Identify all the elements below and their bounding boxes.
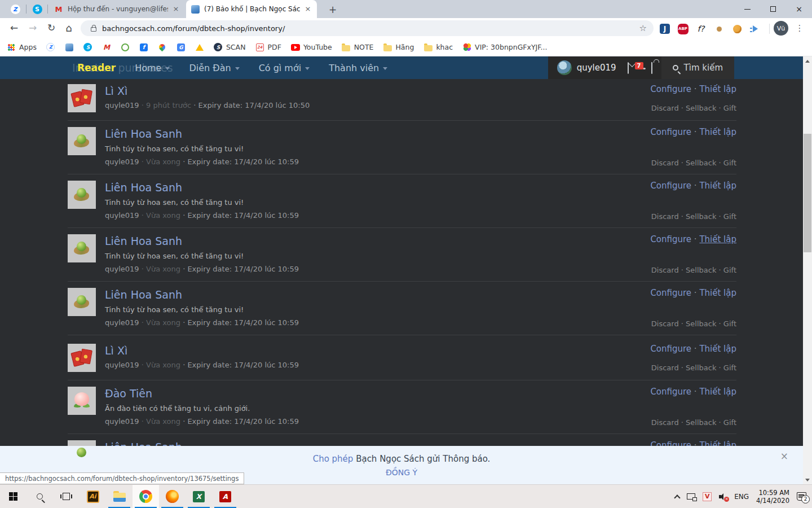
item-title-link[interactable]: Liên Hoa Sanh [105, 127, 182, 141]
configure-link[interactable]: Configure [650, 344, 691, 354]
bookmark-item[interactable] [158, 43, 167, 52]
pinned-tab-skype[interactable]: S [31, 3, 43, 15]
url-text[interactable]: bachngocsach.com/forum/dbtech-shop/inven… [102, 24, 639, 33]
thiet-lap-link[interactable]: Thiết lập [699, 288, 736, 298]
shop-button[interactable] [651, 63, 652, 73]
bookmark-item[interactable]: S [83, 43, 92, 52]
item-actions-links[interactable]: Discard · Sellback · Gift [651, 104, 736, 112]
volume-muted-icon[interactable]: × [719, 493, 727, 500]
close-notification-icon[interactable]: × [780, 450, 788, 462]
item-time-link[interactable]: Vừa xong [146, 361, 180, 369]
tab-gmail[interactable]: M Hộp thư đến - vunguyen@lifescie × [50, 0, 185, 18]
item-time-link[interactable]: Vừa xong [146, 265, 180, 273]
font-finder-icon[interactable]: f? [695, 23, 707, 35]
bookmark-item[interactable]: Hãng [383, 43, 414, 52]
item-owner-link[interactable]: quyle019 [105, 417, 139, 426]
configure-link[interactable]: Configure [650, 387, 691, 397]
bookmark-item[interactable]: M [102, 43, 111, 52]
bookmark-item[interactable]: YouTube [291, 43, 332, 52]
bookmark-item[interactable]: NOTE [342, 43, 374, 52]
item-actions-links[interactable]: Discard · Sellback · Gift [651, 319, 736, 328]
item-owner-link[interactable]: quyle019 [105, 157, 139, 166]
thiet-lap-link[interactable]: Thiết lập [699, 344, 736, 354]
taskbar-excel-button[interactable]: X [186, 485, 212, 508]
thiet-lap-link[interactable]: Thiết lập [699, 127, 736, 137]
item-actions-links[interactable]: Discard · Sellback · Gift [651, 364, 736, 372]
pinned-tab-zalo[interactable]: Z [9, 3, 21, 15]
taskbar-file-explorer-button[interactable] [106, 485, 133, 508]
item-title-link[interactable]: Liên Hoa Sanh [105, 288, 182, 301]
thiet-lap-link[interactable]: Thiết lập [699, 84, 736, 94]
accept-button[interactable]: ĐỒNG Ý [386, 468, 417, 477]
account-menu[interactable]: quyle019 [557, 60, 616, 75]
bookmark-item[interactable] [65, 43, 74, 52]
back-button[interactable]: ← [8, 22, 20, 33]
cookie-extension-icon[interactable] [731, 23, 743, 35]
nav-item-home[interactable]: Home [135, 63, 170, 73]
taskbar-chrome-button[interactable] [133, 485, 159, 508]
item-title-link[interactable]: Lì Xì [105, 84, 127, 98]
taskbar-firefox-button[interactable] [159, 485, 186, 508]
item-owner-link[interactable]: quyle019 [105, 318, 139, 327]
adblock-plus-icon[interactable]: ABP [677, 23, 689, 35]
close-tab-icon[interactable]: × [171, 5, 180, 14]
item-title-link[interactable]: Lì Xì [105, 344, 127, 357]
thiet-lap-link[interactable]: Thiết lập [699, 234, 736, 244]
item-title-link[interactable]: Liên Hoa Sanh [105, 181, 182, 194]
bookmark-item[interactable]: S SCAN [214, 43, 246, 52]
bookmark-item[interactable]: Apps [7, 43, 37, 52]
arrow-extension-icon[interactable] [749, 23, 761, 35]
vietkey-icon[interactable]: V [703, 492, 712, 501]
page-scrollbar[interactable] [803, 56, 812, 484]
item-time-link[interactable]: Vừa xong [146, 318, 180, 327]
forward-button[interactable]: → [27, 22, 39, 33]
tab-bachngocsach-active[interactable]: (7) Bảo khố | Bạch Ngọc Sách × [186, 0, 317, 18]
scrollbar-thumb[interactable] [804, 134, 811, 252]
reload-button[interactable]: ↻ [45, 22, 58, 33]
configure-link[interactable]: Configure [650, 234, 691, 244]
item-title-link[interactable]: Đào Tiên [105, 387, 152, 400]
configure-link[interactable]: Configure [650, 84, 691, 94]
item-actions-links[interactable]: Discard · Sellback · Gift [651, 212, 736, 221]
nav-item-members[interactable]: Thành viên [329, 63, 387, 73]
taskbar-search-button[interactable] [27, 485, 53, 508]
bookmark-star-icon[interactable]: ☆ [639, 23, 647, 33]
item-time-link[interactable]: Vừa xong [146, 157, 180, 166]
close-tab-icon[interactable]: × [303, 5, 312, 14]
new-tab-button[interactable]: + [326, 3, 339, 17]
thiet-lap-link[interactable]: Thiết lập [699, 181, 736, 191]
j-extension-icon[interactable]: J [659, 23, 671, 35]
bookmark-item[interactable]: VIP: 30bnpnGFxYJF... [462, 43, 547, 52]
bookmark-item[interactable]: 24 PDF [255, 43, 281, 52]
dot-extension-icon[interactable] [713, 23, 725, 35]
tray-overflow-chevron-icon[interactable] [674, 494, 681, 501]
bookmark-item[interactable] [195, 43, 204, 52]
taskbar-acrobat-button[interactable]: A [212, 485, 239, 508]
clock[interactable]: 10:59 AM 4/14/2020 [756, 489, 789, 505]
item-actions-links[interactable]: Discard · Sellback · Gift [651, 418, 736, 427]
scroll-up-arrow[interactable] [803, 56, 812, 65]
configure-link[interactable]: Configure [650, 127, 691, 137]
lock-icon[interactable] [91, 27, 96, 32]
item-owner-link[interactable]: quyle019 [105, 211, 139, 220]
window-maximize-button[interactable] [760, 0, 786, 18]
bookmark-item[interactable]: Z [46, 43, 55, 52]
item-time-link[interactable]: 9 phút trước [146, 101, 191, 110]
thiet-lap-link[interactable]: Thiết lập [699, 387, 736, 397]
configure-link[interactable]: Configure [650, 181, 691, 191]
item-actions-links[interactable]: Discard · Sellback · Gift [651, 159, 736, 167]
taskbar-task-view-button[interactable] [53, 485, 80, 508]
scroll-down-arrow[interactable] [803, 475, 812, 484]
bookmark-item[interactable]: G [176, 43, 186, 52]
browser-profile-avatar[interactable]: Vũ [774, 21, 788, 36]
action-center-icon[interactable]: 2 [797, 492, 806, 501]
taskbar-illustrator-button[interactable]: Ai [80, 485, 106, 508]
language-indicator[interactable]: ENG [734, 493, 749, 501]
reader-label[interactable]: Reader [77, 62, 116, 73]
item-owner-link[interactable]: quyle019 [105, 265, 139, 273]
item-owner-link[interactable]: quyle019 [105, 361, 139, 369]
taskbar-start-button[interactable] [0, 485, 27, 508]
nav-item-forum[interactable]: Diễn Đàn [189, 63, 239, 73]
address-bar[interactable]: bachngocsach.com/forum/dbtech-shop/inven… [81, 20, 654, 36]
item-time-link[interactable]: Vừa xong [146, 211, 180, 220]
